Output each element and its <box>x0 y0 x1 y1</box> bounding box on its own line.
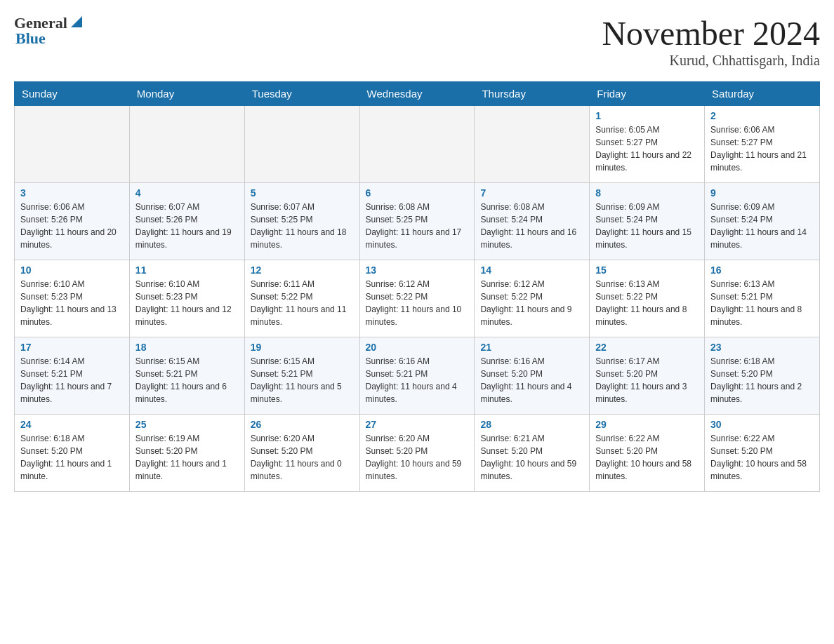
calendar-week-row: 1Sunrise: 6:05 AMSunset: 5:27 PMDaylight… <box>15 106 820 183</box>
calendar-day-cell: 7Sunrise: 6:08 AMSunset: 5:24 PMDaylight… <box>475 183 590 260</box>
svg-marker-0 <box>71 16 82 27</box>
month-year-title: November 2024 <box>602 14 820 53</box>
day-number: 30 <box>710 419 814 430</box>
day-number: 29 <box>595 419 699 430</box>
calendar-day-cell: 13Sunrise: 6:12 AMSunset: 5:22 PMDayligh… <box>359 260 475 337</box>
calendar-day-cell: 27Sunrise: 6:20 AMSunset: 5:20 PMDayligh… <box>359 415 475 492</box>
day-info: Sunrise: 6:18 AMSunset: 5:20 PMDaylight:… <box>710 355 814 405</box>
header-monday: Monday <box>129 82 244 106</box>
day-number: 21 <box>480 342 583 353</box>
day-number: 20 <box>366 342 469 353</box>
day-number: 22 <box>595 342 699 353</box>
calendar-day-cell: 15Sunrise: 6:13 AMSunset: 5:22 PMDayligh… <box>590 260 705 337</box>
day-number: 24 <box>20 419 124 430</box>
day-info: Sunrise: 6:10 AMSunset: 5:23 PMDaylight:… <box>20 278 124 328</box>
calendar-day-cell: 6Sunrise: 6:08 AMSunset: 5:25 PMDaylight… <box>359 183 475 260</box>
calendar-day-cell <box>15 106 130 183</box>
day-number: 15 <box>595 264 699 276</box>
calendar-day-cell: 2Sunrise: 6:06 AMSunset: 5:27 PMDaylight… <box>705 106 820 183</box>
day-info: Sunrise: 6:22 AMSunset: 5:20 PMDaylight:… <box>710 432 814 483</box>
calendar-day-cell: 18Sunrise: 6:15 AMSunset: 5:21 PMDayligh… <box>129 337 244 415</box>
calendar-day-cell: 25Sunrise: 6:19 AMSunset: 5:20 PMDayligh… <box>129 415 244 492</box>
day-info: Sunrise: 6:13 AMSunset: 5:22 PMDaylight:… <box>595 278 699 328</box>
day-info: Sunrise: 6:08 AMSunset: 5:25 PMDaylight:… <box>366 201 469 251</box>
calendar-day-cell: 10Sunrise: 6:10 AMSunset: 5:23 PMDayligh… <box>15 260 130 337</box>
day-info: Sunrise: 6:11 AMSunset: 5:22 PMDaylight:… <box>251 278 354 328</box>
calendar-day-cell: 30Sunrise: 6:22 AMSunset: 5:20 PMDayligh… <box>705 415 820 492</box>
day-info: Sunrise: 6:16 AMSunset: 5:21 PMDaylight:… <box>366 355 469 405</box>
header-friday: Friday <box>590 82 705 106</box>
calendar-week-row: 24Sunrise: 6:18 AMSunset: 5:20 PMDayligh… <box>15 415 820 492</box>
day-info: Sunrise: 6:09 AMSunset: 5:24 PMDaylight:… <box>710 201 814 251</box>
day-info: Sunrise: 6:19 AMSunset: 5:20 PMDaylight:… <box>135 432 239 483</box>
day-info: Sunrise: 6:06 AMSunset: 5:27 PMDaylight:… <box>710 123 814 174</box>
header-tuesday: Tuesday <box>244 82 359 106</box>
day-info: Sunrise: 6:13 AMSunset: 5:21 PMDaylight:… <box>710 278 814 328</box>
calendar-day-cell: 4Sunrise: 6:07 AMSunset: 5:26 PMDaylight… <box>129 183 244 260</box>
day-number: 28 <box>480 419 583 430</box>
calendar-day-cell <box>244 106 359 183</box>
day-info: Sunrise: 6:10 AMSunset: 5:23 PMDaylight:… <box>135 278 239 328</box>
header-sunday: Sunday <box>15 82 130 106</box>
calendar-day-cell <box>475 106 590 183</box>
day-number: 23 <box>710 342 814 353</box>
calendar-day-cell: 3Sunrise: 6:06 AMSunset: 5:26 PMDaylight… <box>15 183 130 260</box>
day-number: 14 <box>480 264 583 276</box>
day-number: 2 <box>710 110 814 121</box>
day-info: Sunrise: 6:16 AMSunset: 5:20 PMDaylight:… <box>480 355 583 405</box>
header-saturday: Saturday <box>705 82 820 106</box>
day-info: Sunrise: 6:20 AMSunset: 5:20 PMDaylight:… <box>251 432 354 483</box>
calendar-day-cell: 23Sunrise: 6:18 AMSunset: 5:20 PMDayligh… <box>705 337 820 415</box>
day-number: 7 <box>480 187 583 199</box>
calendar-day-cell <box>129 106 244 183</box>
header-thursday: Thursday <box>475 82 590 106</box>
day-info: Sunrise: 6:18 AMSunset: 5:20 PMDaylight:… <box>20 432 124 483</box>
page-header: General Blue November 2024 Kurud, Chhatt… <box>14 14 820 69</box>
calendar-day-cell: 11Sunrise: 6:10 AMSunset: 5:23 PMDayligh… <box>129 260 244 337</box>
calendar-day-cell: 17Sunrise: 6:14 AMSunset: 5:21 PMDayligh… <box>15 337 130 415</box>
calendar-day-cell: 9Sunrise: 6:09 AMSunset: 5:24 PMDaylight… <box>705 183 820 260</box>
day-number: 9 <box>710 187 814 199</box>
day-info: Sunrise: 6:12 AMSunset: 5:22 PMDaylight:… <box>480 278 583 328</box>
day-info: Sunrise: 6:05 AMSunset: 5:27 PMDaylight:… <box>595 123 699 174</box>
calendar-day-cell: 8Sunrise: 6:09 AMSunset: 5:24 PMDaylight… <box>590 183 705 260</box>
day-info: Sunrise: 6:07 AMSunset: 5:25 PMDaylight:… <box>251 201 354 251</box>
calendar-day-cell: 5Sunrise: 6:07 AMSunset: 5:25 PMDaylight… <box>244 183 359 260</box>
day-number: 13 <box>366 264 469 276</box>
day-number: 17 <box>20 342 124 353</box>
day-number: 3 <box>20 187 124 199</box>
logo-triangle-icon <box>70 15 84 29</box>
day-number: 19 <box>251 342 354 353</box>
calendar-week-row: 3Sunrise: 6:06 AMSunset: 5:26 PMDaylight… <box>15 183 820 260</box>
calendar-day-cell: 28Sunrise: 6:21 AMSunset: 5:20 PMDayligh… <box>475 415 590 492</box>
calendar-day-cell <box>359 106 475 183</box>
calendar-day-cell: 22Sunrise: 6:17 AMSunset: 5:20 PMDayligh… <box>590 337 705 415</box>
day-info: Sunrise: 6:14 AMSunset: 5:21 PMDaylight:… <box>20 355 124 405</box>
calendar-day-cell: 14Sunrise: 6:12 AMSunset: 5:22 PMDayligh… <box>475 260 590 337</box>
calendar-day-cell: 16Sunrise: 6:13 AMSunset: 5:21 PMDayligh… <box>705 260 820 337</box>
calendar-day-cell: 20Sunrise: 6:16 AMSunset: 5:21 PMDayligh… <box>359 337 475 415</box>
day-number: 16 <box>710 264 814 276</box>
day-number: 6 <box>366 187 469 199</box>
calendar-day-cell: 29Sunrise: 6:22 AMSunset: 5:20 PMDayligh… <box>590 415 705 492</box>
day-number: 1 <box>595 110 699 121</box>
day-number: 26 <box>251 419 354 430</box>
day-number: 10 <box>20 264 124 276</box>
day-number: 5 <box>251 187 354 199</box>
calendar-day-cell: 21Sunrise: 6:16 AMSunset: 5:20 PMDayligh… <box>475 337 590 415</box>
calendar-week-row: 17Sunrise: 6:14 AMSunset: 5:21 PMDayligh… <box>15 337 820 415</box>
calendar-day-cell: 1Sunrise: 6:05 AMSunset: 5:27 PMDaylight… <box>590 106 705 183</box>
calendar-day-cell: 24Sunrise: 6:18 AMSunset: 5:20 PMDayligh… <box>15 415 130 492</box>
location-subtitle: Kurud, Chhattisgarh, India <box>602 53 820 69</box>
calendar-day-cell: 26Sunrise: 6:20 AMSunset: 5:20 PMDayligh… <box>244 415 359 492</box>
day-number: 12 <box>251 264 354 276</box>
day-info: Sunrise: 6:12 AMSunset: 5:22 PMDaylight:… <box>366 278 469 328</box>
day-info: Sunrise: 6:20 AMSunset: 5:20 PMDaylight:… <box>366 432 469 483</box>
day-number: 18 <box>135 342 239 353</box>
day-info: Sunrise: 6:15 AMSunset: 5:21 PMDaylight:… <box>251 355 354 405</box>
calendar-table: Sunday Monday Tuesday Wednesday Thursday… <box>14 81 820 492</box>
day-number: 11 <box>135 264 239 276</box>
day-info: Sunrise: 6:06 AMSunset: 5:26 PMDaylight:… <box>20 201 124 251</box>
day-number: 4 <box>135 187 239 199</box>
day-number: 8 <box>595 187 699 199</box>
